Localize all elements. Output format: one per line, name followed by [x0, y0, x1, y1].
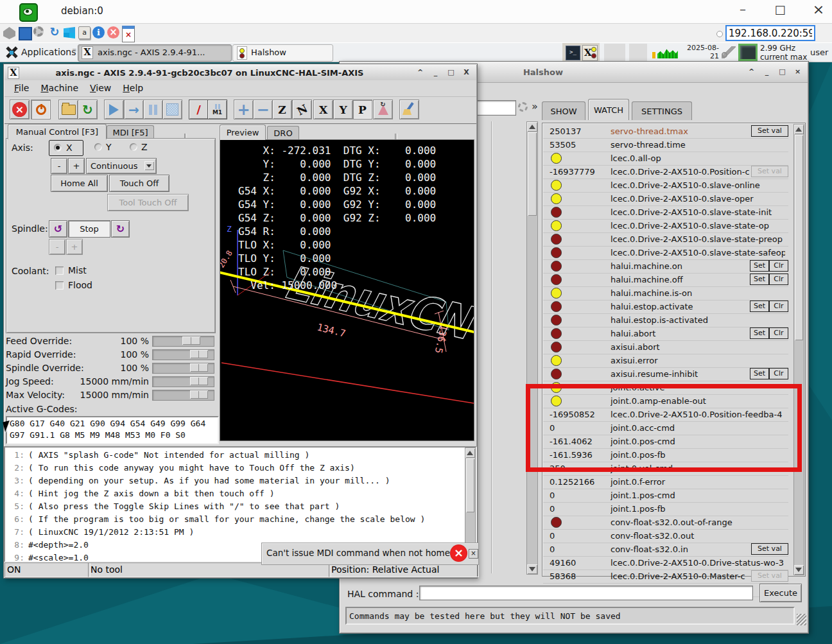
menu-file[interactable]: File	[8, 80, 35, 95]
clock[interactable]: 2025-08-21 13:33	[679, 44, 719, 61]
network-icon[interactable]	[722, 46, 736, 58]
zoom-out-button[interactable]: −	[253, 100, 273, 119]
search-gear-icon[interactable]	[518, 102, 528, 112]
window-minimize-button[interactable]: –	[733, 1, 752, 21]
applications-label[interactable]: Applications	[21, 47, 76, 57]
tab-dro[interactable]: DRO	[267, 126, 299, 140]
fullscreen-icon[interactable]	[19, 27, 32, 40]
maximize-icon[interactable]: □	[777, 67, 788, 77]
scroll-up-icon[interactable]	[467, 451, 473, 455]
address-input[interactable]	[725, 25, 815, 41]
tab-mdi[interactable]: MDI [F5]	[107, 125, 154, 139]
slider-thumb[interactable]	[190, 350, 208, 358]
override-slider[interactable]	[152, 363, 214, 374]
machine-power-button[interactable]	[31, 100, 51, 119]
zoom-in-button[interactable]: +	[234, 100, 254, 119]
clr-button[interactable]: Clr	[769, 327, 788, 339]
override-slider[interactable]	[152, 376, 214, 387]
slider-thumb[interactable]	[190, 363, 208, 372]
task-button-axis[interactable]: X axis.ngc - AXIS 2.9.4-91...	[78, 44, 232, 62]
applications-icon[interactable]	[5, 46, 17, 58]
rollup-icon[interactable]: ^	[746, 67, 757, 77]
view-z-rotated-button[interactable]: N	[292, 100, 312, 119]
axis-titlebar[interactable]: X axis.ngc - AXIS 2.9.4-91-gcb20c3bc07 o…	[4, 65, 476, 81]
tab-watch[interactable]: WATCH	[588, 99, 629, 120]
resize-grip[interactable]	[797, 614, 806, 625]
view-y-button[interactable]: Y	[333, 100, 353, 119]
scroll-up-icon[interactable]	[795, 127, 802, 132]
view-z-button[interactable]: Z	[272, 100, 292, 119]
tree-scrollbar[interactable]	[526, 121, 538, 575]
tab-show[interactable]: SHOW	[542, 101, 585, 120]
spindle-stop-button[interactable]: Stop	[68, 220, 110, 238]
set-button[interactable]: Set	[750, 300, 769, 312]
override-slider[interactable]	[152, 349, 214, 360]
radio-x[interactable]	[54, 144, 62, 152]
execute-button[interactable]: Execute	[759, 584, 802, 602]
set-button[interactable]: Set	[750, 327, 769, 339]
hal-tray-icon[interactable]: X	[582, 45, 598, 61]
scroll-down-icon[interactable]	[795, 568, 802, 572]
skip-lines-button[interactable]: /	[189, 100, 209, 119]
preview-canvas[interactable]: Z LinuxCNC 134.7 136.5 20.8 X: -272.031 …	[220, 139, 474, 441]
disconnect-icon[interactable]: ×	[107, 26, 119, 39]
jog-mode-combobox[interactable]: Continuous	[86, 158, 157, 174]
cpu-graph-icon[interactable]	[652, 47, 678, 58]
slider-thumb[interactable]	[190, 377, 208, 385]
reload-button[interactable]: ↻	[78, 100, 98, 119]
override-slider[interactable]	[152, 390, 214, 401]
set-val-button[interactable]: Set val	[751, 125, 788, 137]
minimize-icon[interactable]: _	[430, 68, 441, 78]
jog-minus-button[interactable]: -	[51, 158, 67, 174]
window-close-button[interactable]: ×	[809, 1, 828, 21]
close-icon[interactable]: ×	[792, 67, 803, 77]
radio-y[interactable]	[94, 143, 102, 151]
optional-pause-button[interactable]: M1	[207, 100, 227, 119]
maximize-icon[interactable]: □	[446, 68, 456, 78]
pause-button[interactable]	[143, 100, 163, 119]
address-radio[interactable]	[716, 31, 723, 37]
radio-z[interactable]	[130, 143, 137, 151]
minimize-icon[interactable]: _	[761, 67, 772, 77]
clr-button[interactable]: Clr	[769, 260, 788, 272]
tab-preview[interactable]: Preview	[220, 125, 266, 140]
slider-thumb[interactable]	[190, 390, 208, 399]
scroll-down-icon[interactable]	[529, 567, 535, 571]
slider-thumb[interactable]	[182, 336, 200, 345]
close-icon[interactable]: X	[461, 68, 472, 78]
set-button[interactable]: Set	[750, 260, 769, 272]
run-button[interactable]	[104, 100, 124, 119]
clr-button[interactable]: Clr	[769, 368, 788, 379]
set-val-button[interactable]: Set val	[751, 543, 788, 555]
popup-close-button[interactable]: ×	[469, 549, 478, 559]
refresh-icon[interactable]: ↻	[48, 26, 61, 39]
watch-scrollbar[interactable]	[793, 124, 804, 575]
tab-settings[interactable]: SETTINGS	[632, 101, 692, 120]
spindle-ccw-button[interactable]: ↺	[49, 220, 67, 238]
home-all-button[interactable]: Home All	[51, 175, 108, 192]
step-button[interactable]: →	[124, 100, 144, 119]
windows-key-icon[interactable]	[64, 27, 75, 39]
task-button-halshow[interactable]: Halshow	[232, 44, 333, 62]
jog-plus-button[interactable]: +	[68, 158, 85, 174]
flood-checkbox[interactable]	[55, 281, 64, 290]
scroll-up-icon[interactable]	[529, 125, 535, 129]
info-icon[interactable]: i	[92, 26, 105, 39]
spindle-cw-button[interactable]: ↻	[111, 220, 130, 238]
connection-icon[interactable]	[3, 27, 15, 39]
open-file-button[interactable]	[58, 100, 78, 119]
tab-manual-control[interactable]: Manual Control [F3]	[8, 124, 107, 139]
override-slider[interactable]	[152, 336, 214, 347]
gear-icon[interactable]	[33, 26, 44, 37]
menu-help[interactable]: Help	[117, 80, 149, 95]
expand-chevron[interactable]: »	[532, 100, 538, 112]
hal-command-input[interactable]	[419, 586, 753, 600]
clear-plot-button[interactable]	[399, 100, 419, 119]
terminal-icon[interactable]: >_	[566, 46, 580, 60]
rollup-icon[interactable]: ^	[415, 68, 426, 78]
axis-radio-x[interactable]: X	[49, 140, 83, 156]
estop-button[interactable]: ×	[10, 100, 30, 119]
window-maximize-button[interactable]: □	[770, 3, 790, 22]
stop-button[interactable]	[162, 100, 182, 119]
clr-button[interactable]: Clr	[769, 274, 788, 285]
